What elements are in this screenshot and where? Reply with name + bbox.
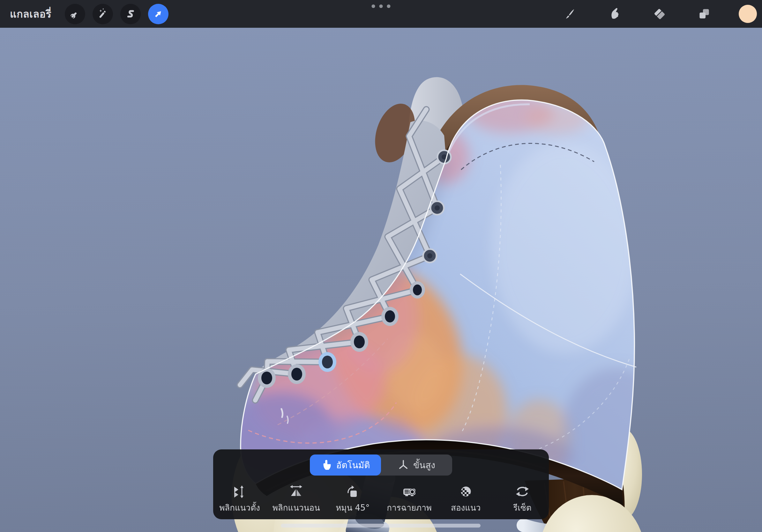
flip-vertical-icon [232,484,247,499]
transform-options-panel: อัตโนมัติ ขั้นสูง พลิกแนวตั้ง [213,449,549,519]
top-toolbar: แกลเลอรี่ [0,0,762,28]
brush-icon [562,6,578,22]
transform-actions-row: พลิกแนวตั้ง พลิกแนวนอน หมุน [213,484,549,514]
projection-button[interactable]: การฉายภาพ [389,484,430,514]
transform-button[interactable] [148,4,169,24]
mode-automatic[interactable]: อัตโนมัติ [310,454,381,476]
adjustments-button[interactable] [93,4,113,24]
mode-automatic-label: อัตโนมัติ [336,458,370,472]
rotate-45-icon [345,484,360,499]
mode-advanced-label: ขั้นสูง [413,458,435,472]
home-indicator[interactable] [281,524,481,528]
flip-vertical-button[interactable]: พลิกแนวตั้ง [219,484,261,514]
reset-button[interactable]: รีเซ็ต [501,484,543,514]
wrench-icon [68,7,82,21]
smudge-icon [607,6,623,22]
two-way-interpolation-icon [458,484,474,499]
layers-icon [696,6,713,22]
toolbar-right-group [560,0,757,28]
eraser-icon [651,6,668,22]
mode-advanced[interactable]: ขั้นสูง [381,454,452,476]
brush-button[interactable] [560,4,580,24]
axis-3d-icon [398,460,409,470]
flip-horizontal-button[interactable]: พลิกแนวนอน [275,484,317,514]
eraser-button[interactable] [649,4,670,24]
flip-vertical-label: พลิกแนวตั้ง [219,501,260,514]
layers-button[interactable] [694,4,715,24]
ellipsis-icon [372,4,375,8]
smudge-button[interactable] [605,4,625,24]
gallery-button[interactable]: แกลเลอรี่ [10,6,51,22]
rotate-45-button[interactable]: หมุน 45° [332,484,373,514]
two-way-interpolation-button[interactable]: สองแนว [445,484,487,514]
transform-arrow-icon [151,7,166,21]
flip-horizontal-label: พลิกแนวนอน [272,501,320,514]
transform-mode-toggle: อัตโนมัติ ขั้นสูง [310,454,452,476]
selection-button[interactable] [120,4,141,24]
projection-label: การฉายภาพ [387,501,432,514]
flip-horizontal-icon [288,484,304,499]
selection-s-icon [123,7,138,21]
reset-label: รีเซ็ต [513,501,531,514]
projection-icon [402,484,417,499]
two-way-label: สองแนว [451,501,481,514]
actions-button[interactable] [65,4,85,24]
hand-pointer-icon [321,460,332,470]
magic-wand-icon [95,7,110,21]
toolbar-left-group: แกลเลอรี่ [0,0,169,28]
color-swatch[interactable] [739,5,757,23]
canvas-options-handle[interactable] [372,4,391,8]
reset-icon [515,484,530,499]
rotate-45-label: หมุน 45° [336,501,369,514]
